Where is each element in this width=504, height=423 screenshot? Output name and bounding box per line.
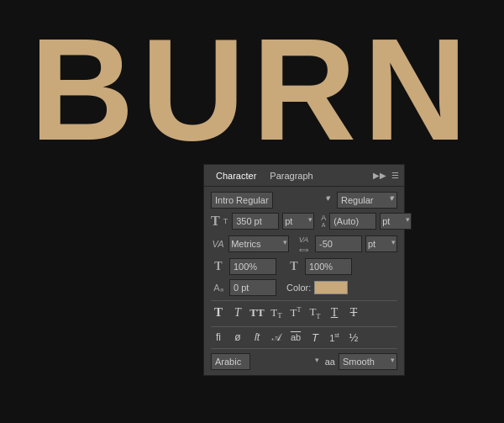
leading-unit-wrap: pt <box>380 213 412 230</box>
leading-unit-select[interactable]: pt <box>380 213 412 230</box>
style-btn-strikethrough[interactable]: T <box>346 306 361 320</box>
color-label: Color: <box>286 283 311 293</box>
style-btn-subscript[interactable]: TT <box>307 305 323 320</box>
style-buttons-row: T T TT TT TT TT T T <box>211 300 397 322</box>
leading-icon: A A <box>321 214 326 228</box>
aa-label: aa <box>325 357 335 367</box>
fontsize-icon: T <box>211 214 220 229</box>
character-panel: Character Paragraph ▶▶ ☰ Intro Regular ▾… <box>203 164 405 376</box>
tab-paragraph[interactable]: Paragraph <box>263 167 319 184</box>
fontsize-unit-select[interactable]: pt <box>282 213 314 230</box>
hscale-icon: T <box>286 260 302 273</box>
baseline-color-row: Aₐ Color: <box>211 279 397 296</box>
antialiasing-wrap: Smooth Sharp Crisp Strong None <box>339 353 397 370</box>
forward-icon[interactable]: ▶▶ <box>373 171 386 180</box>
baseline-icon: Aₐ <box>211 283 226 293</box>
tracking-input[interactable] <box>315 235 362 252</box>
opentype-discretionary[interactable]: T <box>307 331 323 344</box>
tracking-unit-select[interactable]: pt <box>365 235 397 252</box>
language-select-wrap: Arabic English <box>211 353 322 370</box>
font-size-input[interactable] <box>232 213 279 230</box>
opentype-swash[interactable]: ſt <box>249 331 265 343</box>
kerning-select-wrap: Metrics Optical 0 <box>228 235 289 252</box>
style-btn-superscript[interactable]: TT <box>288 306 303 320</box>
style-btn-smallcaps[interactable]: TT <box>269 306 284 320</box>
fontsize-unit-wrap: pt <box>282 213 314 230</box>
antialiasing-select[interactable]: Smooth Sharp Crisp Strong None <box>339 353 397 370</box>
scale-row: T T <box>211 258 397 275</box>
tracking-unit-wrap: pt <box>365 235 397 252</box>
leading-input[interactable] <box>329 213 376 230</box>
size-leading-row: T T pt A A pt <box>211 213 397 230</box>
font-family-arrow: ▾ <box>326 194 330 203</box>
language-select[interactable]: Arabic English <box>211 353 250 370</box>
menu-icon[interactable]: ☰ <box>391 171 399 180</box>
style-btn-underline[interactable]: T <box>327 306 342 320</box>
vertical-scale-input[interactable] <box>229 258 276 275</box>
color-swatch[interactable] <box>314 281 348 294</box>
style-btn-italic[interactable]: T <box>230 306 245 320</box>
opentype-fractions[interactable]: ½ <box>346 331 361 344</box>
style-btn-allcaps[interactable]: TT <box>249 306 265 320</box>
fontsize-sub-icon: T <box>223 217 228 225</box>
vscale-icon: T <box>211 260 226 273</box>
opentype-oldstyle[interactable]: ø <box>230 331 245 343</box>
panel-tab-bar: Character Paragraph ▶▶ ☰ <box>204 165 404 187</box>
tracking-icon: VA ⟺ <box>296 234 312 254</box>
language-row: Arabic English aa Smooth Sharp Crisp Str… <box>211 348 397 370</box>
canvas-area: BURN Character Paragraph ▶▶ ☰ Intro Regu… <box>0 0 504 423</box>
tab-character[interactable]: Character <box>209 167 263 184</box>
opentype-row: fi ø ſt 𝒜 ab T 1st ½ <box>211 326 397 344</box>
font-style-select[interactable]: Regular <box>337 192 397 209</box>
kerning-tracking-row: VA Metrics Optical 0 VA ⟺ pt <box>211 234 397 254</box>
opentype-superordinal[interactable]: 1st <box>327 332 342 343</box>
baseline-input[interactable] <box>229 279 276 296</box>
opentype-contextual[interactable]: ab <box>288 332 303 342</box>
style-btn-bold[interactable]: T <box>211 305 226 320</box>
horizontal-scale-input[interactable] <box>305 258 352 275</box>
font-style-wrapper: Regular ▾ <box>337 192 397 209</box>
opentype-titling[interactable]: 𝒜 <box>269 331 284 344</box>
burn-text-display: BURN <box>0 17 504 161</box>
kerning-icon: VA <box>211 239 225 249</box>
panel-icons: ▶▶ ☰ <box>373 171 399 180</box>
font-family-wrapper: Intro Regular ▾ <box>211 192 333 209</box>
panel-body: Intro Regular ▾ Regular ▾ T T <box>204 187 404 375</box>
font-family-row: Intro Regular ▾ Regular ▾ <box>211 192 397 209</box>
opentype-ligature[interactable]: fi <box>211 331 226 343</box>
kerning-select[interactable]: Metrics Optical 0 <box>228 235 289 252</box>
font-family-select[interactable]: Intro Regular <box>211 192 273 209</box>
